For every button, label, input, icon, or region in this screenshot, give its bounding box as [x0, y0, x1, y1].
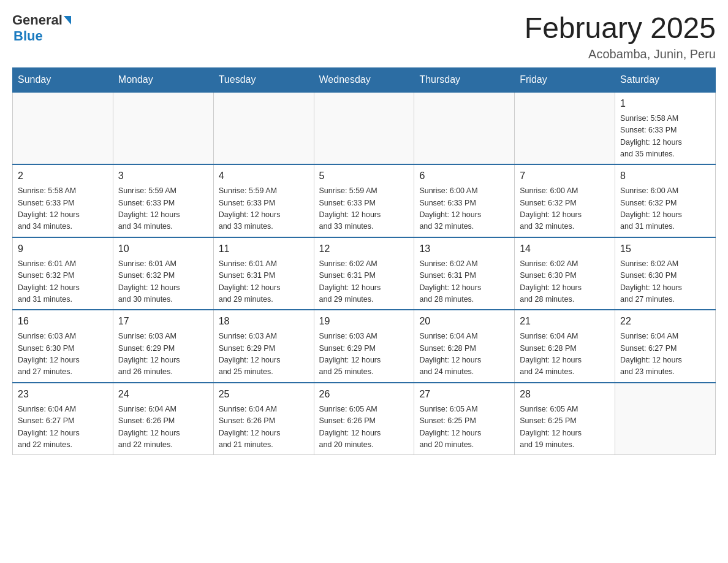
calendar-table: SundayMondayTuesdayWednesdayThursdayFrid… [12, 67, 716, 456]
day-number: 14 [520, 242, 610, 256]
day-info: Sunrise: 6:02 AMSunset: 6:31 PMDaylight:… [419, 258, 509, 306]
day-info: Sunrise: 5:59 AMSunset: 6:33 PMDaylight:… [118, 185, 208, 233]
day-number: 13 [419, 242, 509, 256]
day-info: Sunrise: 6:03 AMSunset: 6:29 PMDaylight:… [118, 331, 208, 378]
calendar-cell: 24Sunrise: 6:04 AMSunset: 6:26 PMDayligh… [113, 383, 213, 455]
day-info: Sunrise: 5:59 AMSunset: 6:33 PMDaylight:… [219, 185, 309, 233]
weekday-header-friday: Friday [515, 67, 615, 92]
calendar-cell [314, 92, 414, 165]
day-number: 22 [620, 314, 710, 329]
day-number: 10 [118, 242, 208, 256]
calendar-cell [414, 92, 515, 165]
calendar-cell: 17Sunrise: 6:03 AMSunset: 6:29 PMDayligh… [113, 310, 213, 383]
day-number: 24 [118, 387, 208, 402]
day-info: Sunrise: 6:04 AMSunset: 6:28 PMDaylight:… [419, 331, 509, 378]
day-info: Sunrise: 6:01 AMSunset: 6:32 PMDaylight:… [18, 258, 108, 306]
calendar-cell: 12Sunrise: 6:02 AMSunset: 6:31 PMDayligh… [314, 237, 414, 310]
day-info: Sunrise: 6:03 AMSunset: 6:29 PMDaylight:… [219, 331, 309, 378]
day-number: 11 [219, 242, 309, 256]
calendar-cell: 5Sunrise: 5:59 AMSunset: 6:33 PMDaylight… [314, 164, 414, 237]
calendar-cell [515, 92, 615, 165]
calendar-cell: 15Sunrise: 6:02 AMSunset: 6:30 PMDayligh… [615, 237, 716, 310]
day-number: 2 [18, 169, 108, 183]
day-number: 18 [219, 314, 309, 329]
calendar-cell: 8Sunrise: 6:00 AMSunset: 6:32 PMDaylight… [615, 164, 716, 237]
day-number: 21 [520, 314, 610, 329]
page-header: General Blue February 2025 Acobamba, Jun… [12, 12, 716, 61]
calendar-cell: 6Sunrise: 6:00 AMSunset: 6:33 PMDaylight… [414, 164, 515, 237]
day-info: Sunrise: 6:05 AMSunset: 6:26 PMDaylight:… [319, 404, 409, 451]
day-number: 6 [419, 169, 509, 183]
day-info: Sunrise: 6:04 AMSunset: 6:26 PMDaylight:… [219, 404, 309, 451]
calendar-cell: 13Sunrise: 6:02 AMSunset: 6:31 PMDayligh… [414, 237, 515, 310]
week-row-1: 1Sunrise: 5:58 AMSunset: 6:33 PMDaylight… [13, 92, 716, 165]
day-info: Sunrise: 6:04 AMSunset: 6:27 PMDaylight:… [18, 404, 108, 451]
calendar-cell: 25Sunrise: 6:04 AMSunset: 6:26 PMDayligh… [213, 383, 314, 455]
week-row-3: 9Sunrise: 6:01 AMSunset: 6:32 PMDaylight… [13, 237, 716, 310]
day-info: Sunrise: 6:01 AMSunset: 6:31 PMDaylight:… [219, 258, 309, 306]
weekday-header-wednesday: Wednesday [314, 67, 414, 92]
calendar-cell: 28Sunrise: 6:05 AMSunset: 6:25 PMDayligh… [515, 383, 615, 455]
day-info: Sunrise: 6:02 AMSunset: 6:30 PMDaylight:… [520, 258, 610, 306]
day-number: 9 [18, 242, 108, 256]
day-number: 28 [520, 387, 610, 402]
logo-arrow-icon [64, 16, 71, 25]
calendar-cell: 7Sunrise: 6:00 AMSunset: 6:32 PMDaylight… [515, 164, 615, 237]
calendar-cell: 27Sunrise: 6:05 AMSunset: 6:25 PMDayligh… [414, 383, 515, 455]
calendar-cell: 14Sunrise: 6:02 AMSunset: 6:30 PMDayligh… [515, 237, 615, 310]
day-info: Sunrise: 6:05 AMSunset: 6:25 PMDaylight:… [520, 404, 610, 451]
title-section: February 2025 Acobamba, Junin, Peru [525, 12, 716, 61]
day-number: 27 [419, 387, 509, 402]
calendar-cell: 10Sunrise: 6:01 AMSunset: 6:32 PMDayligh… [113, 237, 213, 310]
logo: General Blue [12, 12, 71, 44]
week-row-2: 2Sunrise: 5:58 AMSunset: 6:33 PMDaylight… [13, 164, 716, 237]
day-info: Sunrise: 5:58 AMSunset: 6:33 PMDaylight:… [18, 185, 108, 233]
day-number: 25 [219, 387, 309, 402]
logo-text1: General [12, 12, 63, 28]
location: Acobamba, Junin, Peru [525, 47, 716, 61]
calendar-cell: 23Sunrise: 6:04 AMSunset: 6:27 PMDayligh… [13, 383, 113, 455]
day-info: Sunrise: 6:03 AMSunset: 6:29 PMDaylight:… [319, 331, 409, 378]
calendar-cell [213, 92, 314, 165]
day-info: Sunrise: 6:03 AMSunset: 6:30 PMDaylight:… [18, 331, 108, 378]
day-info: Sunrise: 6:02 AMSunset: 6:31 PMDaylight:… [319, 258, 409, 306]
day-number: 12 [319, 242, 409, 256]
day-number: 8 [620, 169, 710, 183]
day-info: Sunrise: 6:04 AMSunset: 6:27 PMDaylight:… [620, 331, 710, 378]
day-number: 26 [319, 387, 409, 402]
weekday-header-monday: Monday [113, 67, 213, 92]
calendar-cell: 16Sunrise: 6:03 AMSunset: 6:30 PMDayligh… [13, 310, 113, 383]
day-number: 15 [620, 242, 710, 256]
day-number: 20 [419, 314, 509, 329]
calendar-cell: 26Sunrise: 6:05 AMSunset: 6:26 PMDayligh… [314, 383, 414, 455]
day-info: Sunrise: 6:00 AMSunset: 6:32 PMDaylight:… [620, 185, 710, 233]
day-info: Sunrise: 6:00 AMSunset: 6:33 PMDaylight:… [419, 185, 509, 233]
weekday-header-thursday: Thursday [414, 67, 515, 92]
day-info: Sunrise: 6:02 AMSunset: 6:30 PMDaylight:… [620, 258, 710, 306]
weekday-header-saturday: Saturday [615, 67, 716, 92]
calendar-cell [615, 383, 716, 455]
calendar-cell: 18Sunrise: 6:03 AMSunset: 6:29 PMDayligh… [213, 310, 314, 383]
day-number: 4 [219, 169, 309, 183]
calendar-cell: 20Sunrise: 6:04 AMSunset: 6:28 PMDayligh… [414, 310, 515, 383]
day-number: 16 [18, 314, 108, 329]
day-number: 17 [118, 314, 208, 329]
week-row-4: 16Sunrise: 6:03 AMSunset: 6:30 PMDayligh… [13, 310, 716, 383]
month-title: February 2025 [525, 12, 716, 45]
day-number: 23 [18, 387, 108, 402]
day-info: Sunrise: 5:59 AMSunset: 6:33 PMDaylight:… [319, 185, 409, 233]
logo-text2: Blue [13, 28, 43, 44]
calendar-cell: 19Sunrise: 6:03 AMSunset: 6:29 PMDayligh… [314, 310, 414, 383]
calendar-cell: 3Sunrise: 5:59 AMSunset: 6:33 PMDaylight… [113, 164, 213, 237]
day-number: 1 [620, 96, 710, 111]
calendar-cell: 22Sunrise: 6:04 AMSunset: 6:27 PMDayligh… [615, 310, 716, 383]
calendar-cell [113, 92, 213, 165]
week-row-5: 23Sunrise: 6:04 AMSunset: 6:27 PMDayligh… [13, 383, 716, 455]
day-info: Sunrise: 5:58 AMSunset: 6:33 PMDaylight:… [620, 113, 710, 161]
calendar-cell: 4Sunrise: 5:59 AMSunset: 6:33 PMDaylight… [213, 164, 314, 237]
calendar-cell: 9Sunrise: 6:01 AMSunset: 6:32 PMDaylight… [13, 237, 113, 310]
day-info: Sunrise: 6:05 AMSunset: 6:25 PMDaylight:… [419, 404, 509, 451]
calendar-cell [13, 92, 113, 165]
calendar-cell: 1Sunrise: 5:58 AMSunset: 6:33 PMDaylight… [615, 92, 716, 165]
calendar-cell: 11Sunrise: 6:01 AMSunset: 6:31 PMDayligh… [213, 237, 314, 310]
